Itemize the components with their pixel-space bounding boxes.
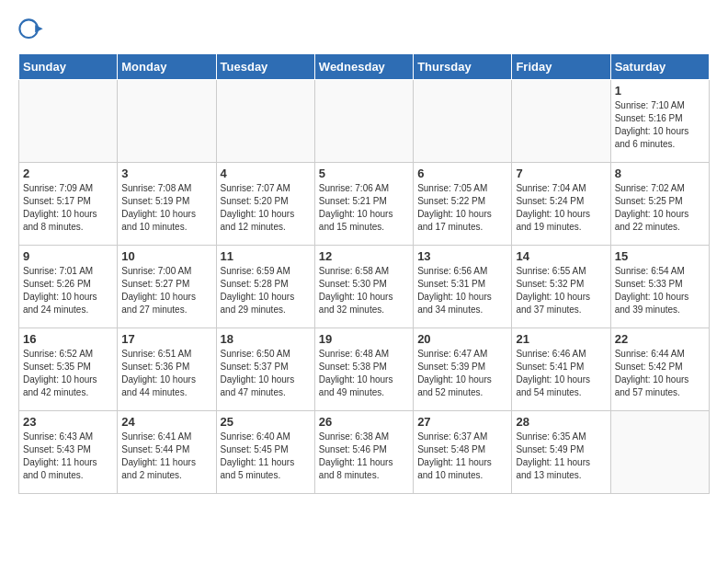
day-number: 18	[221, 332, 311, 346]
day-number: 3	[121, 167, 211, 180]
day-info: Sunrise: 6:58 AM Sunset: 5:30 PM Dayligh…	[319, 265, 409, 316]
day-number: 6	[417, 167, 507, 180]
day-info: Sunrise: 7:06 AM Sunset: 5:21 PM Dayligh…	[319, 182, 409, 234]
calendar-cell: 12Sunrise: 6:58 AM Sunset: 5:30 PM Dayli…	[314, 246, 413, 328]
day-number: 17	[121, 332, 211, 346]
logo-icon	[18, 18, 44, 44]
day-number: 16	[23, 332, 113, 346]
svg-marker-1	[35, 25, 42, 32]
day-info: Sunrise: 6:43 AM Sunset: 5:43 PM Dayligh…	[23, 431, 113, 482]
calendar-cell: 3Sunrise: 7:08 AM Sunset: 5:19 PM Daylig…	[118, 163, 216, 246]
day-number: 24	[121, 415, 211, 429]
calendar-cell	[19, 80, 118, 163]
calendar-cell: 25Sunrise: 6:40 AM Sunset: 5:45 PM Dayli…	[216, 411, 314, 494]
calendar-cell: 17Sunrise: 6:51 AM Sunset: 5:36 PM Dayli…	[118, 328, 216, 411]
day-info: Sunrise: 6:47 AM Sunset: 5:39 PM Dayligh…	[417, 348, 507, 399]
day-number: 5	[319, 167, 409, 180]
calendar-cell: 10Sunrise: 7:00 AM Sunset: 5:27 PM Dayli…	[118, 246, 216, 328]
day-info: Sunrise: 6:54 AM Sunset: 5:33 PM Dayligh…	[615, 265, 705, 316]
weekday-header-sunday: Sunday	[19, 54, 118, 80]
day-info: Sunrise: 6:51 AM Sunset: 5:36 PM Dayligh…	[121, 348, 211, 399]
day-info: Sunrise: 7:10 AM Sunset: 5:16 PM Dayligh…	[615, 99, 705, 151]
calendar-cell: 5Sunrise: 7:06 AM Sunset: 5:21 PM Daylig…	[314, 163, 413, 246]
day-info: Sunrise: 6:59 AM Sunset: 5:28 PM Dayligh…	[221, 265, 311, 316]
day-number: 8	[615, 167, 705, 180]
day-info: Sunrise: 6:48 AM Sunset: 5:38 PM Dayligh…	[319, 348, 409, 399]
calendar-cell: 11Sunrise: 6:59 AM Sunset: 5:28 PM Dayli…	[216, 246, 314, 328]
day-info: Sunrise: 6:55 AM Sunset: 5:32 PM Dayligh…	[516, 265, 606, 316]
calendar-cell	[512, 80, 610, 163]
day-info: Sunrise: 7:02 AM Sunset: 5:25 PM Dayligh…	[615, 182, 705, 234]
day-number: 21	[516, 332, 606, 346]
calendar-cell: 9Sunrise: 7:01 AM Sunset: 5:26 PM Daylig…	[19, 246, 118, 328]
calendar-cell	[216, 80, 314, 163]
day-number: 22	[615, 332, 705, 346]
day-info: Sunrise: 6:50 AM Sunset: 5:37 PM Dayligh…	[221, 348, 311, 399]
weekday-header-tuesday: Tuesday	[216, 54, 314, 80]
day-number: 20	[417, 332, 507, 346]
calendar-cell: 7Sunrise: 7:04 AM Sunset: 5:24 PM Daylig…	[512, 163, 610, 246]
header	[18, 18, 710, 44]
calendar-cell: 23Sunrise: 6:43 AM Sunset: 5:43 PM Dayli…	[19, 411, 118, 494]
day-info: Sunrise: 6:52 AM Sunset: 5:35 PM Dayligh…	[23, 348, 113, 399]
day-info: Sunrise: 6:35 AM Sunset: 5:49 PM Dayligh…	[516, 431, 606, 482]
day-info: Sunrise: 6:56 AM Sunset: 5:31 PM Dayligh…	[417, 265, 507, 316]
day-info: Sunrise: 7:07 AM Sunset: 5:20 PM Dayligh…	[221, 182, 311, 234]
day-info: Sunrise: 6:38 AM Sunset: 5:46 PM Dayligh…	[319, 431, 409, 482]
calendar-cell: 21Sunrise: 6:46 AM Sunset: 5:41 PM Dayli…	[512, 328, 610, 411]
day-number: 19	[319, 332, 409, 346]
day-number: 26	[319, 415, 409, 429]
calendar-cell	[314, 80, 413, 163]
day-number: 27	[417, 415, 507, 429]
calendar-table: SundayMondayTuesdayWednesdayThursdayFrid…	[18, 53, 710, 494]
calendar-cell	[414, 80, 512, 163]
day-info: Sunrise: 7:08 AM Sunset: 5:19 PM Dayligh…	[121, 182, 211, 234]
calendar-cell: 8Sunrise: 7:02 AM Sunset: 5:25 PM Daylig…	[610, 163, 709, 246]
day-info: Sunrise: 6:37 AM Sunset: 5:48 PM Dayligh…	[417, 431, 507, 482]
calendar-cell: 24Sunrise: 6:41 AM Sunset: 5:44 PM Dayli…	[118, 411, 216, 494]
day-info: Sunrise: 7:09 AM Sunset: 5:17 PM Dayligh…	[23, 182, 113, 234]
day-info: Sunrise: 7:00 AM Sunset: 5:27 PM Dayligh…	[121, 265, 211, 316]
calendar-cell: 6Sunrise: 7:05 AM Sunset: 5:22 PM Daylig…	[414, 163, 512, 246]
day-number: 10	[121, 249, 211, 263]
day-info: Sunrise: 7:05 AM Sunset: 5:22 PM Dayligh…	[417, 182, 507, 234]
day-number: 15	[615, 249, 705, 263]
weekday-header-monday: Monday	[118, 54, 216, 80]
calendar-cell: 1Sunrise: 7:10 AM Sunset: 5:16 PM Daylig…	[610, 80, 709, 163]
calendar-cell: 4Sunrise: 7:07 AM Sunset: 5:20 PM Daylig…	[216, 163, 314, 246]
day-number: 11	[221, 249, 311, 263]
day-number: 12	[319, 249, 409, 263]
day-number: 2	[23, 167, 113, 180]
calendar-cell: 20Sunrise: 6:47 AM Sunset: 5:39 PM Dayli…	[414, 328, 512, 411]
day-info: Sunrise: 7:04 AM Sunset: 5:24 PM Dayligh…	[516, 182, 606, 234]
day-number: 13	[417, 249, 507, 263]
calendar-cell: 28Sunrise: 6:35 AM Sunset: 5:49 PM Dayli…	[512, 411, 610, 494]
day-number: 25	[221, 415, 311, 429]
calendar-cell: 2Sunrise: 7:09 AM Sunset: 5:17 PM Daylig…	[19, 163, 118, 246]
weekday-header-wednesday: Wednesday	[314, 54, 413, 80]
calendar-cell	[118, 80, 216, 163]
calendar-cell: 26Sunrise: 6:38 AM Sunset: 5:46 PM Dayli…	[314, 411, 413, 494]
calendar-cell: 27Sunrise: 6:37 AM Sunset: 5:48 PM Dayli…	[414, 411, 512, 494]
day-number: 9	[23, 249, 113, 263]
day-info: Sunrise: 6:41 AM Sunset: 5:44 PM Dayligh…	[121, 431, 211, 482]
calendar-cell: 16Sunrise: 6:52 AM Sunset: 5:35 PM Dayli…	[19, 328, 118, 411]
day-number: 23	[23, 415, 113, 429]
calendar-cell: 18Sunrise: 6:50 AM Sunset: 5:37 PM Dayli…	[216, 328, 314, 411]
calendar-cell: 14Sunrise: 6:55 AM Sunset: 5:32 PM Dayli…	[512, 246, 610, 328]
calendar-cell: 19Sunrise: 6:48 AM Sunset: 5:38 PM Dayli…	[314, 328, 413, 411]
calendar-cell: 13Sunrise: 6:56 AM Sunset: 5:31 PM Dayli…	[414, 246, 512, 328]
day-number: 14	[516, 249, 606, 263]
weekday-header-saturday: Saturday	[610, 54, 709, 80]
calendar-cell: 15Sunrise: 6:54 AM Sunset: 5:33 PM Dayli…	[610, 246, 709, 328]
day-number: 7	[516, 167, 606, 180]
calendar-cell: 22Sunrise: 6:44 AM Sunset: 5:42 PM Dayli…	[610, 328, 709, 411]
day-info: Sunrise: 7:01 AM Sunset: 5:26 PM Dayligh…	[23, 265, 113, 316]
day-number: 1	[615, 84, 705, 98]
day-info: Sunrise: 6:44 AM Sunset: 5:42 PM Dayligh…	[615, 348, 705, 399]
weekday-header-friday: Friday	[512, 54, 610, 80]
logo	[18, 18, 48, 44]
day-number: 4	[221, 167, 311, 180]
weekday-header-thursday: Thursday	[414, 54, 512, 80]
day-info: Sunrise: 6:40 AM Sunset: 5:45 PM Dayligh…	[221, 431, 311, 482]
